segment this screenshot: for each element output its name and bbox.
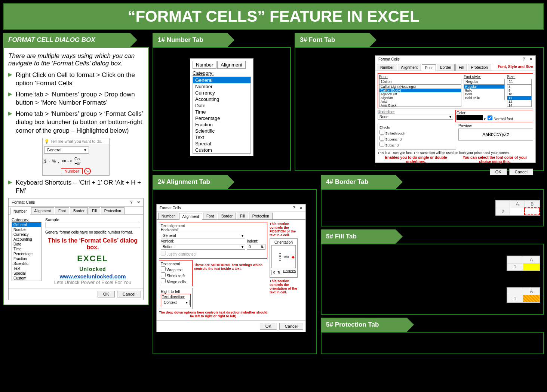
close-icon[interactable]: ✕: [299, 206, 302, 210]
brand-tagline: Lets Unlock Power of Excel For You: [45, 280, 140, 285]
tab-protection[interactable]: Protection: [101, 207, 125, 214]
ok-button[interactable]: OK: [260, 323, 277, 330]
color-select[interactable]: [457, 115, 483, 120]
section-label-font: 3# Font Tab: [295, 33, 369, 47]
category-list[interactable]: General Number Currency Accounting Date …: [193, 77, 251, 154]
border-preview: AB 2: [495, 200, 540, 216]
format-note: General format cells have no specific nu…: [45, 230, 140, 234]
tab-fill[interactable]: Fill: [89, 207, 100, 214]
underline-annotation: Enables you to do single or double under…: [378, 155, 454, 164]
underline-select[interactable]: None▾: [378, 114, 453, 120]
brand-logo: EXCELUnlocked: [45, 254, 140, 273]
comma-icon[interactable]: ,: [58, 159, 59, 163]
tab-number[interactable]: Number: [10, 208, 30, 214]
font-dialog: Format Cells ?✕ Number Alignment Font Bo…: [375, 55, 536, 163]
tab-protection[interactable]: Protection: [468, 64, 491, 71]
number-tab-snippet: Number Alignment Category: General Numbe…: [190, 58, 253, 156]
tab-border[interactable]: Border: [70, 207, 88, 214]
tab-alignment[interactable]: Alignment: [179, 213, 202, 220]
style-list[interactable]: Regular Italic Bold Bold Italic: [464, 84, 505, 100]
close-icon[interactable]: ✕: [137, 200, 140, 205]
red-annotation: This is the ‘Format Cells’ dialog box.: [45, 237, 140, 251]
rtl-annotation: The drop down options here controls text…: [159, 311, 267, 318]
text-direction-select[interactable]: Context▾: [162, 300, 190, 305]
wrap-text-checkbox[interactable]: Wrap text: [161, 266, 191, 272]
tab-number[interactable]: Number: [158, 213, 178, 219]
intro-text: There are multiple ways using which you …: [8, 52, 144, 67]
tab-font[interactable]: Font: [203, 213, 217, 219]
font-tab-section: Format Cells ?✕ Number Alignment Font Bo…: [295, 47, 544, 171]
vertical-select[interactable]: Bottom▾: [161, 244, 245, 250]
font-list[interactable]: Calibri Light (Headings) Calibri (Body) …: [379, 84, 461, 107]
truetype-note: This is a TrueType font. The same font w…: [378, 151, 533, 155]
cancel-button[interactable]: Cancel: [509, 169, 533, 175]
horizontal-select[interactable]: General▾: [161, 233, 245, 238]
size-input[interactable]: 11: [507, 79, 532, 84]
tab-number[interactable]: Number: [377, 64, 397, 71]
page-title: “FORMAT CELLS” FEATURE IN EXCEL: [3, 3, 544, 30]
style-input[interactable]: Regular: [464, 79, 505, 84]
border-tab-section: AB 2: [321, 189, 544, 226]
tellme-box: 💡 Tell me what you want to do.: [43, 138, 109, 145]
category-label: Category:: [12, 217, 42, 222]
sidebar-panel: There are multiple ways using which you …: [3, 47, 149, 305]
normal-font-checkbox[interactable]: [488, 115, 492, 120]
alignment-dialog: Format Cells?✕ Number Alignment Font Bor…: [156, 204, 306, 332]
tab-number[interactable]: Number: [193, 61, 216, 69]
section-label-number: 1# Number Tab: [153, 33, 227, 47]
tab-font[interactable]: Font: [55, 207, 69, 214]
font-input[interactable]: Calibri: [379, 79, 461, 84]
format-dropdown[interactable]: General▾: [44, 146, 89, 154]
size-list[interactable]: 8 9 10 11 12 14: [507, 84, 532, 107]
tab-border[interactable]: Border: [437, 64, 455, 71]
help-icon[interactable]: ?: [293, 206, 295, 210]
ribbon-snippet: 💡 Tell me what you want to do. General▾ …: [42, 138, 110, 176]
shrink-checkbox[interactable]: Shrink to fit: [161, 272, 191, 278]
close-icon[interactable]: ✕: [529, 57, 532, 61]
group-label: Number: [61, 168, 82, 174]
tab-fill[interactable]: Fill: [455, 64, 467, 71]
alignment-tab-section: Format Cells?✕ Number Alignment Font Bor…: [153, 189, 317, 354]
dialog-title: Format Cells: [12, 200, 35, 205]
section-label-fill: 5# Fill Tab: [321, 229, 396, 244]
ok-button[interactable]: OK: [98, 291, 115, 297]
protection-tab-section: [321, 332, 544, 354]
currency-icon[interactable]: $: [44, 159, 46, 163]
subscript-checkbox[interactable]: Subscript: [379, 142, 454, 147]
tab-alignment[interactable]: Alignment: [31, 207, 54, 214]
cancel-button[interactable]: Cancel: [279, 323, 303, 330]
help-icon[interactable]: ?: [130, 200, 132, 205]
category-list[interactable]: General Number Currency Accounting Date …: [12, 222, 42, 281]
sample-label: Sample: [45, 217, 140, 222]
section-label-protection: 5# Protection Tab: [321, 318, 407, 332]
bullet-item: Home tab > ‘Numbers’ group > ‘Format Cel…: [8, 110, 144, 135]
cancel-button[interactable]: Cancel: [117, 291, 141, 297]
tab-font[interactable]: Font: [422, 64, 436, 71]
section-label-border: 4# Border Tab: [321, 175, 396, 189]
tab-border[interactable]: Border: [218, 213, 236, 219]
merge-checkbox[interactable]: Merge cells: [161, 278, 191, 284]
position-annotation: This section controls the POSITION of th…: [270, 222, 296, 237]
indent-input[interactable]: 0⇅: [247, 244, 265, 250]
ok-button[interactable]: OK: [490, 169, 507, 175]
orientation-control[interactable]: Orientation T e x t Text ◆ 0⇅Degrees: [270, 238, 298, 278]
percent-icon[interactable]: %: [52, 159, 56, 163]
fill-preview-pattern: A1: [507, 287, 540, 303]
brand-url[interactable]: www.excelunlocked.com: [45, 273, 140, 280]
dialog-launcher-icon[interactable]: ↘: [84, 168, 91, 175]
increase-decimal-icon[interactable]: .00→.0: [61, 159, 72, 163]
textcontrol-annotation: These are ADDITIONAL text settings which…: [194, 260, 267, 288]
superscript-checkbox[interactable]: Superscript: [379, 136, 454, 141]
strikethrough-checkbox[interactable]: Strikethrough: [379, 130, 454, 135]
number-tab-section: Number Alignment Category: General Numbe…: [153, 47, 291, 171]
fill-preview-yellow: A1: [507, 256, 540, 271]
tab-alignment[interactable]: Alignment: [217, 61, 246, 69]
tab-protection[interactable]: Protection: [249, 213, 273, 219]
sidebar-heading: FORMAT CELL DIALOG BOX: [3, 33, 130, 47]
bullet-item: Keyboard Shortcuts – ‘Ctrl + 1’ OR ‘Alt …: [8, 179, 144, 195]
bullet-item: Home tab > ‘Numbers’ group > Drop down b…: [8, 90, 144, 107]
tab-fill[interactable]: Fill: [237, 213, 248, 219]
help-icon[interactable]: ?: [523, 57, 525, 61]
fill-tab-section: A1 A1: [321, 244, 544, 315]
tab-alignment[interactable]: Alignment: [398, 64, 421, 71]
